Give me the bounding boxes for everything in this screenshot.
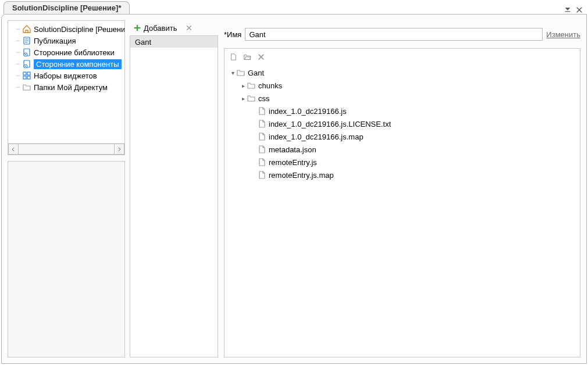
tree-connector: ┄ [14,84,22,91]
folder-icon [247,94,256,103]
file-panel: ▾Gant▸chunks▸cssindex_1.0_dc219166.jsind… [224,48,580,357]
folder-icon [22,83,31,92]
gear-doc-icon [22,59,31,69]
gear-doc-icon [22,48,31,57]
node-label: index_1.0_dc219166.js [269,107,347,116]
name-input[interactable] [245,28,543,41]
file-node[interactable]: remoteEntry.js.map [229,169,580,181]
file-tree[interactable]: ▾Gant▸chunks▸cssindex_1.0_dc219166.jsind… [224,65,580,357]
file-icon [257,170,266,180]
main-frame: ┄SolutionDiscipline [Решение]┄Публикация… [1,14,587,364]
delete-file-icon[interactable] [257,53,265,61]
x-icon [185,24,193,32]
node-label: remoteEntry.js.map [269,171,334,180]
nav-tree-item[interactable]: ┄Сторонние компоненты [12,58,124,70]
home-icon [22,24,31,34]
file-icon [257,145,266,154]
right-column: *Имя Изменить ▾Gant▸chunks▸cssindex_1.0_… [224,20,580,357]
middle-column: Добавить Gant [130,20,218,357]
file-node[interactable]: remoteEntry.js [229,156,580,169]
node-label: Gant [248,69,264,77]
window-title: SolutionDiscipline [Решение]* [12,3,121,12]
file-node[interactable]: index_1.0_dc219166.js.map [229,130,580,143]
folder-icon [247,81,256,90]
tree-connector: ┄ [14,37,22,45]
file-node[interactable]: index_1.0_dc219166.js [229,105,580,117]
nav-tree-label: Папки Мой Директум [34,83,108,92]
node-label: index_1.0_dc219166.js.map [269,133,364,141]
nav-tree-label: SolutionDiscipline [Решение] [34,25,124,34]
middle-toolbar: Добавить [130,20,218,35]
file-node[interactable]: metadata.json [229,143,580,156]
tree-connector: ┄ [14,72,22,80]
new-file-icon[interactable] [229,53,237,61]
file-icon [257,158,266,167]
nav-tree-item[interactable]: ┄SolutionDiscipline [Решение] [12,23,124,35]
nav-tree-item[interactable]: ┄Папки Мой Директум [12,81,124,93]
folder-node[interactable]: ▾Gant [229,66,580,79]
node-label: chunks [258,81,282,90]
file-icon [257,119,266,128]
window-titlebar: SolutionDiscipline [Решение]* [0,0,588,14]
left-column: ┄SolutionDiscipline [Решение]┄Публикация… [8,20,125,357]
expander-icon[interactable]: ▸ [240,95,247,102]
nav-tree-item[interactable]: ┄Публикация [12,35,124,46]
node-label: remoteEntry.js [269,158,317,167]
tree-connector: ┄ [14,49,22,56]
open-folder-icon[interactable] [243,53,251,61]
add-button[interactable]: Добавить [131,23,179,34]
file-toolbar [224,49,580,65]
delete-button[interactable] [183,23,195,33]
nav-tree-item[interactable]: ┄Наборы виджетов [12,70,124,81]
name-label: *Имя [224,30,241,39]
add-button-label: Добавить [144,24,177,33]
nav-tree-panel: ┄SolutionDiscipline [Решение]┄Публикация… [8,20,125,155]
folder-node[interactable]: ▸css [229,92,580,105]
tree-connector: ┄ [14,26,22,33]
widgets-icon [22,71,31,80]
window-tab[interactable]: SolutionDiscipline [Решение]* [3,1,130,14]
node-label: css [258,94,270,103]
file-icon [257,106,266,116]
file-node[interactable]: index_1.0_dc219166.js.LICENSE.txt [229,117,580,130]
nav-tree-label: Публикация [34,37,76,45]
folder-node[interactable]: ▸chunks [229,79,580,92]
node-label: index_1.0_dc219166.js.LICENSE.txt [269,120,391,128]
components-list[interactable]: Gant [130,35,218,357]
tree-connector: ┄ [14,60,22,68]
nav-tree[interactable]: ┄SolutionDiscipline [Решение]┄Публикация… [8,21,124,143]
doc-blue-icon [22,36,31,45]
nav-tree-label: Наборы виджетов [34,71,97,80]
node-label: metadata.json [269,145,316,154]
nav-tree-label: Сторонние библиотеки [34,48,115,57]
folder-icon [236,68,245,77]
name-form-row: *Имя Изменить [224,20,580,48]
close-icon[interactable] [575,6,583,14]
nav-tree-item[interactable]: ┄Сторонние библиотеки [12,46,124,58]
plus-icon [133,24,141,32]
list-item-label: Gant [135,38,151,46]
nav-tree-label: Сторонние компоненты [34,59,122,69]
list-item[interactable]: Gant [130,36,218,48]
scroll-left-button[interactable] [8,144,19,155]
file-icon [257,132,266,141]
scroll-right-button[interactable] [114,144,124,155]
nav-tree-scrollbar [8,143,124,155]
expander-icon[interactable]: ▸ [240,83,247,89]
scroll-track[interactable] [19,144,114,155]
preview-panel [8,161,125,357]
minimize-icon[interactable] [564,6,572,14]
expander-icon[interactable]: ▾ [229,70,236,76]
change-link[interactable]: Изменить [546,30,580,39]
